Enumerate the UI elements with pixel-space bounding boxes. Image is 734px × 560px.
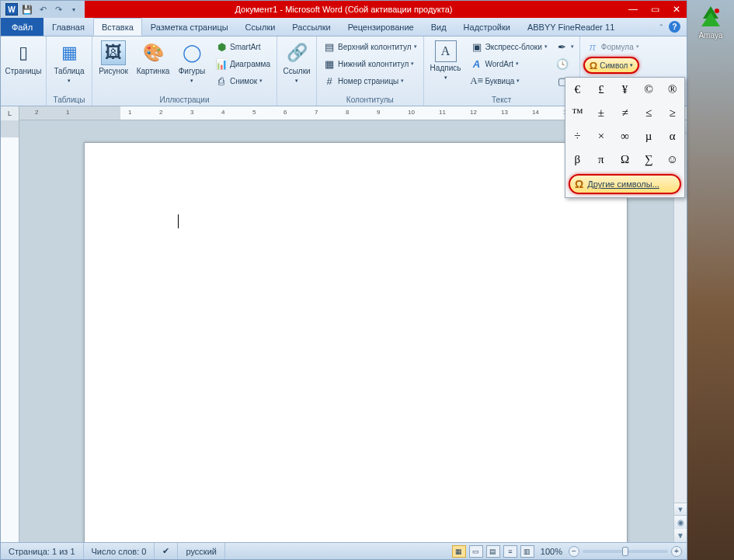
ribbon-minimize-icon[interactable]: ⌃: [659, 23, 664, 30]
help-icon[interactable]: ?: [669, 21, 680, 33]
symbol-cell[interactable]: ≥: [660, 101, 684, 124]
title-bar: W 💾 ↶ ↷ ▾ Документ1 - Microsoft Word (Сб…: [1, 1, 687, 18]
zoom-slider[interactable]: [583, 550, 668, 553]
tab-addins[interactable]: Надстройки: [455, 18, 519, 36]
dropcap-button[interactable]: A≡Буквица▾: [468, 72, 551, 89]
zoom-out-button[interactable]: −: [569, 546, 579, 557]
smartart-button[interactable]: ⬢SmartArt: [212, 38, 273, 55]
symbol-cell[interactable]: ©: [637, 78, 661, 101]
signature-button[interactable]: ✒▾: [554, 38, 576, 55]
tab-page-layout[interactable]: Разметка страницы: [142, 18, 237, 36]
qat-customize-icon[interactable]: ▾: [68, 3, 80, 16]
status-page[interactable]: Страница: 1 из 1: [1, 543, 84, 559]
shapes-button[interactable]: ◯ Фигуры▾: [175, 38, 209, 86]
zoom-level[interactable]: 100%: [537, 547, 565, 556]
picture-button[interactable]: 🖼 Рисунок: [96, 38, 131, 78]
document-page[interactable]: [84, 142, 628, 542]
status-word-count[interactable]: Число слов: 0: [84, 543, 155, 559]
svg-marker-1: [701, 12, 720, 26]
view-web-layout-icon[interactable]: ▤: [486, 545, 500, 558]
chart-button[interactable]: 📊Диаграмма: [212, 55, 273, 72]
view-full-screen-icon[interactable]: ▭: [469, 545, 483, 558]
desktop-shortcut-amaya[interactable]: Amaya: [692, 5, 729, 40]
vertical-ruler[interactable]: [1, 120, 19, 542]
symbol-button[interactable]: Ω Символ ▾: [583, 57, 640, 74]
window-controls: — ▭ ✕: [626, 1, 684, 18]
symbol-cell[interactable]: ¥: [613, 78, 637, 101]
minimize-button[interactable]: —: [626, 3, 640, 16]
next-page-icon[interactable]: ▼: [674, 529, 687, 542]
symbol-cell[interactable]: ™: [565, 101, 590, 124]
table-icon: ▦: [57, 40, 82, 65]
zoom-in-button[interactable]: +: [671, 546, 682, 557]
symbol-cell[interactable]: ∑: [637, 148, 661, 171]
clipart-button[interactable]: 🎨 Картинка: [134, 38, 172, 78]
tab-review[interactable]: Рецензирование: [339, 18, 423, 36]
status-proofing-icon[interactable]: ✔: [155, 543, 178, 559]
quickparts-button[interactable]: ▣Экспресс-блоки▾: [468, 38, 551, 55]
signature-icon: ✒: [556, 40, 569, 53]
dropcap-label: Буквица: [485, 77, 515, 85]
page-number-button[interactable]: #Номер страницы▾: [320, 72, 420, 89]
links-button[interactable]: 🔗 Ссылки▾: [280, 38, 313, 86]
prev-page-icon[interactable]: ◉: [674, 516, 687, 529]
symbol-cell[interactable]: ÷: [565, 124, 590, 148]
tab-mailings[interactable]: Рассылки: [284, 18, 339, 36]
tab-selector[interactable]: L: [1, 106, 19, 120]
tab-view[interactable]: Вид: [423, 18, 455, 36]
wordart-button[interactable]: AWordArt▾: [468, 55, 551, 72]
view-outline-icon[interactable]: ≡: [503, 545, 517, 558]
textbox-button[interactable]: A Надпись▾: [427, 38, 464, 83]
word-app-icon: W: [5, 3, 18, 16]
symbol-cell[interactable]: ±: [590, 101, 614, 124]
table-button[interactable]: ▦ Таблица▾: [50, 38, 89, 86]
equation-label: Формула: [601, 43, 634, 51]
word-app-window: W 💾 ↶ ↷ ▾ Документ1 - Microsoft Word (Сб…: [0, 0, 687, 560]
equation-icon: π: [586, 40, 599, 53]
datetime-button[interactable]: 🕓: [554, 55, 576, 72]
scroll-down-icon[interactable]: ▼: [674, 503, 687, 516]
desktop-shortcut-label: Amaya: [698, 31, 722, 40]
symbol-cell[interactable]: ≤: [637, 101, 661, 124]
desktop-background: Amaya: [687, 0, 734, 560]
view-draft-icon[interactable]: ▥: [520, 545, 534, 558]
tab-references[interactable]: Ссылки: [237, 18, 284, 36]
symbol-cell[interactable]: Ω: [613, 148, 637, 171]
textbox-label: Надпись▾: [430, 64, 461, 81]
tab-insert[interactable]: Вставка: [93, 18, 142, 36]
undo-icon[interactable]: ↶: [37, 3, 49, 16]
symbol-cell[interactable]: µ: [637, 124, 661, 148]
more-symbols-button[interactable]: Ω Другие символы...: [569, 174, 681, 194]
smartart-icon: ⬢: [215, 40, 228, 53]
header-button[interactable]: ▤Верхний колонтитул▾: [320, 38, 420, 55]
equation-button[interactable]: πФормула▾: [583, 38, 642, 55]
symbol-cell[interactable]: α: [660, 124, 684, 148]
zoom-slider-knob[interactable]: [622, 547, 628, 556]
symbol-cell[interactable]: £: [590, 78, 614, 101]
symbol-cell[interactable]: ≠: [613, 101, 637, 124]
screenshot-button[interactable]: ⎙Снимок▾: [212, 72, 273, 89]
symbol-cell[interactable]: €: [565, 78, 590, 101]
maximize-button[interactable]: ▭: [648, 3, 662, 16]
pages-button[interactable]: ▯ Страницы: [4, 38, 43, 78]
symbol-cell[interactable]: ®: [660, 78, 684, 101]
save-icon[interactable]: 💾: [21, 3, 33, 16]
redo-icon[interactable]: ↷: [52, 3, 64, 16]
tab-abbyy[interactable]: ABBYY FineReader 11: [519, 18, 623, 36]
symbol-cell[interactable]: ×: [590, 124, 614, 148]
header-label: Верхний колонтитул: [338, 43, 412, 51]
view-print-layout-icon[interactable]: ▦: [452, 545, 466, 558]
symbol-cell[interactable]: ☺: [660, 148, 684, 171]
symbol-cell[interactable]: β: [565, 148, 590, 171]
more-symbols-label: Другие символы...: [587, 179, 659, 189]
footer-button[interactable]: ▦Нижний колонтитул▾: [320, 55, 420, 72]
symbol-cell[interactable]: ∞: [613, 124, 637, 148]
page-icon: ▯: [11, 40, 36, 65]
tab-home[interactable]: Главная: [43, 18, 93, 36]
group-header-footer-label: Колонтитулы: [320, 95, 420, 105]
omega-icon: Ω: [590, 60, 597, 71]
close-button[interactable]: ✕: [670, 3, 684, 16]
file-tab[interactable]: Файл: [1, 18, 43, 36]
symbol-cell[interactable]: π: [590, 148, 614, 171]
status-language[interactable]: русский: [178, 543, 224, 559]
